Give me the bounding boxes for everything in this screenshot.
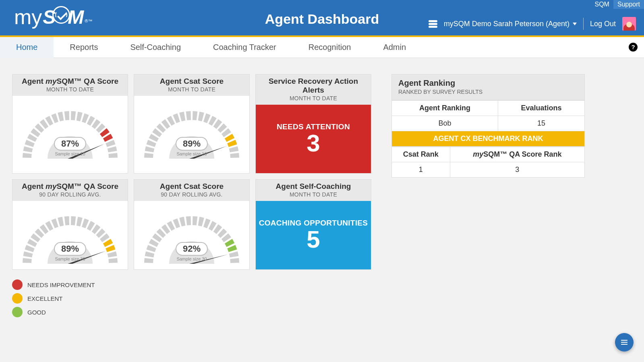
legend-excellent: EXCELLENT bbox=[27, 295, 63, 302]
logo-prefix: my bbox=[14, 5, 42, 29]
header-right: mySQM Demo Sarah Peterson (Agent) Log Ou… bbox=[429, 17, 636, 31]
card-title: Agent Self-Coaching bbox=[257, 182, 369, 191]
nav-admin[interactable]: Admin bbox=[367, 37, 422, 58]
globe-icon bbox=[52, 6, 70, 24]
alert-count: 5 bbox=[306, 228, 320, 252]
card-title: Service Recovery Action Alerts bbox=[257, 77, 369, 95]
legend-good: GOOD bbox=[27, 309, 46, 316]
ranking-banner: AGENT CX BENCHMARK RANK bbox=[391, 131, 585, 147]
ranking-table-2: Csat Rank mySQM™ QA Score Rank 13 bbox=[391, 147, 585, 178]
t: SQM™ QA Score Rank bbox=[483, 150, 561, 158]
legend-dot-yellow bbox=[12, 293, 23, 304]
legend-needs: NEEDS IMPROVEMENT bbox=[27, 281, 95, 288]
menu-icon bbox=[621, 340, 627, 345]
app-logo[interactable]: my SM ®™ bbox=[14, 5, 92, 29]
nav-self-coaching[interactable]: Self-Coaching bbox=[114, 37, 197, 58]
card-subtitle: 90 DAY ROLLING AVG. bbox=[14, 191, 126, 198]
gauge-value: 89% bbox=[176, 137, 208, 151]
th-qa-rank: mySQM™ QA Score Rank bbox=[450, 147, 584, 162]
td-eval: 15 bbox=[498, 116, 584, 131]
card-csat-90[interactable]: Agent Csat Score 90 DAY ROLLING AVG. 92%… bbox=[134, 179, 250, 270]
avatar[interactable] bbox=[622, 17, 636, 31]
th-csat-rank: Csat Rank bbox=[392, 147, 450, 162]
sample-size: Sample size 30 bbox=[176, 257, 208, 261]
card-subtitle: MONTH TO DATE bbox=[257, 95, 369, 101]
ranking-title: Agent Ranking bbox=[398, 79, 578, 88]
t: my bbox=[473, 150, 483, 158]
legend-dot-green bbox=[12, 307, 23, 317]
sample-size: Sample size 10 bbox=[54, 151, 86, 156]
logo-suffix: ®™ bbox=[85, 19, 92, 23]
t: my bbox=[46, 77, 56, 85]
divider bbox=[583, 18, 584, 30]
help-icon[interactable]: ? bbox=[629, 43, 638, 52]
td-csat-rank: 1 bbox=[392, 162, 450, 178]
card-subtitle: MONTH TO DATE bbox=[257, 191, 369, 198]
ranking-table: Agent RankingEvaluations Bob15 bbox=[391, 100, 585, 131]
card-qa-90[interactable]: Agent mySQM™ QA Score 90 DAY ROLLING AVG… bbox=[12, 179, 128, 270]
app-header: SQM Support my SM ®™ Agent Dashboard myS… bbox=[0, 0, 644, 37]
td-qa-rank: 3 bbox=[450, 162, 584, 178]
gauge-value: 87% bbox=[54, 137, 86, 151]
card-qa-mtd[interactable]: Agent mySQM™ QA Score MONTH TO DATE 87% … bbox=[12, 74, 128, 174]
card-grid: Agent mySQM™ QA Score MONTH TO DATE 87% … bbox=[12, 74, 371, 270]
page-title: Agent Dashboard bbox=[265, 11, 379, 27]
card-self-coaching[interactable]: Agent Self-Coaching MONTH TO DATE COACHI… bbox=[255, 179, 371, 270]
nav-coaching-tracker[interactable]: Coaching Tracker bbox=[197, 37, 292, 58]
gauge-value: 92% bbox=[176, 242, 208, 256]
database-icon bbox=[429, 20, 437, 28]
card-alerts[interactable]: Service Recovery Action Alerts MONTH TO … bbox=[255, 74, 371, 174]
card-title: Agent Csat Score bbox=[136, 182, 248, 191]
nav-reports[interactable]: Reports bbox=[54, 37, 114, 58]
gauge-value: 89% bbox=[54, 242, 86, 256]
td-agent: Bob bbox=[392, 116, 498, 131]
ranking-panel: Agent Ranking RANKED BY SURVEY RESULTS A… bbox=[391, 74, 585, 178]
alert-count: 3 bbox=[306, 131, 320, 155]
fab-button[interactable] bbox=[615, 333, 634, 352]
card-subtitle: MONTH TO DATE bbox=[14, 86, 126, 93]
user-label: mySQM Demo Sarah Peterson (Agent) bbox=[444, 20, 569, 28]
legend: NEEDS IMPROVEMENT EXCELLENT GOOD bbox=[12, 279, 371, 317]
t: SQM™ QA Score bbox=[57, 182, 118, 190]
link-support[interactable]: Support bbox=[613, 0, 644, 9]
sample-size: Sample size 30 bbox=[54, 257, 86, 261]
sample-size: Sample size 10 bbox=[176, 151, 208, 156]
content-area: Agent mySQM™ QA Score MONTH TO DATE 87% … bbox=[0, 58, 644, 337]
card-csat-mtd[interactable]: Agent Csat Score MONTH TO DATE 89% Sampl… bbox=[134, 74, 250, 174]
legend-dot-red bbox=[12, 279, 23, 290]
t: my bbox=[46, 182, 56, 190]
top-corner-links: SQM Support bbox=[591, 0, 644, 9]
logout-button[interactable]: Log Out bbox=[590, 20, 616, 28]
user-menu-button[interactable]: mySQM Demo Sarah Peterson (Agent) bbox=[444, 20, 577, 28]
th-eval: Evaluations bbox=[498, 101, 584, 116]
left-column: Agent mySQM™ QA Score MONTH TO DATE 87% … bbox=[12, 74, 371, 321]
ranking-subtitle: RANKED BY SURVEY RESULTS bbox=[398, 89, 578, 95]
card-title: Agent Csat Score bbox=[136, 77, 248, 86]
card-subtitle: MONTH TO DATE bbox=[136, 86, 248, 93]
main-nav: Home Reports Self-Coaching Coaching Trac… bbox=[0, 37, 644, 58]
t: SQM™ QA Score bbox=[57, 77, 118, 85]
link-sqm[interactable]: SQM bbox=[591, 0, 613, 9]
nav-recognition[interactable]: Recognition bbox=[292, 37, 367, 58]
t: Agent bbox=[22, 182, 46, 190]
chevron-down-icon bbox=[573, 23, 577, 25]
nav-home[interactable]: Home bbox=[0, 37, 54, 58]
t: Agent bbox=[22, 77, 46, 85]
th-agent: Agent Ranking bbox=[392, 101, 498, 116]
card-subtitle: 90 DAY ROLLING AVG. bbox=[136, 191, 248, 198]
